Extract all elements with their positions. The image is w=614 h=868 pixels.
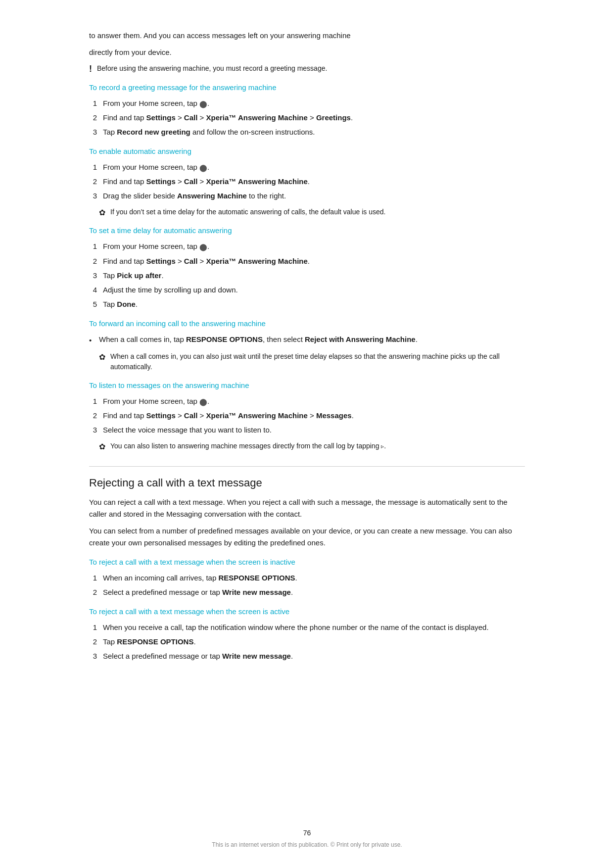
section7-heading: To reject a call with a text message whe… — [89, 606, 525, 617]
section6-heading: To reject a call with a text message whe… — [89, 557, 525, 567]
section4-bullets: • When a call comes in, tap RESPONSE OPT… — [89, 334, 525, 346]
list-item: 5 Tap Done. — [89, 298, 525, 310]
list-item: 1 When you receive a call, tap the notif… — [89, 622, 525, 633]
warning-text: Before using the answering machine, you … — [97, 63, 327, 74]
section-rejecting-call: Rejecting a call with a text message You… — [89, 466, 525, 549]
list-item: 1 From your Home screen, tap ⬤. — [89, 241, 525, 252]
section1-heading: To record a greeting message for the ans… — [89, 82, 525, 93]
section4-heading: To forward an incoming call to the answe… — [89, 318, 525, 329]
section2-steps: 1 From your Home screen, tap ⬤. 2 Find a… — [89, 161, 525, 202]
list-item: 1 From your Home screen, tap ⬤. — [89, 97, 525, 109]
section1-steps: 1 From your Home screen, tap ⬤. 2 Find a… — [89, 97, 525, 138]
list-item: 4 Adjust the time by scrolling up and do… — [89, 284, 525, 296]
list-item: 2 Find and tap Settings > Call > Xperia™… — [89, 112, 525, 124]
section-reject-active: To reject a call with a text message whe… — [89, 606, 525, 662]
list-item: 3 Select the voice message that you want… — [89, 424, 525, 436]
section2-tip: ✿ If you don’t set a time delay for the … — [99, 207, 525, 217]
tip-icon: ✿ — [99, 208, 105, 217]
section7-steps: 1 When you receive a call, tap the notif… — [89, 622, 525, 662]
section-time-delay: To set a time delay for automatic answer… — [89, 225, 525, 310]
section-listen-messages: To listen to messages on the answering m… — [89, 380, 525, 451]
section6-steps: 1 When an incoming call arrives, tap RES… — [89, 572, 525, 598]
list-item: 3 Select a predefined message or tap Wri… — [89, 650, 525, 662]
page: to answer them. And you can access messa… — [0, 0, 614, 868]
list-item: 1 From your Home screen, tap ⬤. — [89, 395, 525, 407]
warning-block: ! Before using the answering machine, yo… — [89, 63, 525, 74]
content: to answer them. And you can access messa… — [89, 30, 525, 662]
tip-text: If you don’t set a time delay for the au… — [110, 207, 385, 217]
intro-line2: directly from your device. — [89, 47, 525, 58]
section-forward-call: To forward an incoming call to the answe… — [89, 318, 525, 372]
intro-line1: to answer them. And you can access messa… — [89, 30, 525, 42]
list-item: 3 Tap Pick up after. — [89, 270, 525, 282]
tip-text: When a call comes in, you can also just … — [110, 351, 525, 372]
tip-icon: ✿ — [99, 352, 105, 362]
section-enable-auto-answering: To enable automatic answering 1 From you… — [89, 146, 525, 217]
page-number: 76 — [0, 829, 614, 837]
apps-icon: ⬤ — [199, 243, 207, 251]
section3-steps: 1 From your Home screen, tap ⬤. 2 Find a… — [89, 241, 525, 310]
list-item: • When a call comes in, tap RESPONSE OPT… — [89, 334, 525, 346]
section5-tip: ✿ You can also listen to answering machi… — [99, 441, 525, 451]
main-section-title: Rejecting a call with a text message — [89, 466, 525, 489]
list-item: 2 Find and tap Settings > Call > Xperia™… — [89, 410, 525, 422]
section-reject-inactive: To reject a call with a text message whe… — [89, 557, 525, 598]
list-item: 3 Tap Record new greeting and follow the… — [89, 126, 525, 138]
page-footer: 76 This is an internet version of this p… — [0, 829, 614, 848]
section2-heading: To enable automatic answering — [89, 146, 525, 156]
list-item: 2 Select a predefined message or tap Wri… — [89, 586, 525, 598]
apps-icon: ⬤ — [199, 164, 207, 172]
list-item: 1 From your Home screen, tap ⬤. — [89, 161, 525, 173]
main-section-para2: You can select from a number of predefin… — [89, 525, 525, 549]
tip-icon: ✿ — [99, 442, 105, 451]
tip-text: You can also listen to answering machine… — [110, 441, 386, 451]
list-item: 2 Find and tap Settings > Call > Xperia™… — [89, 255, 525, 267]
section-record-greeting: To record a greeting message for the ans… — [89, 82, 525, 138]
section3-heading: To set a time delay for automatic answer… — [89, 225, 525, 236]
section5-steps: 1 From your Home screen, tap ⬤. 2 Find a… — [89, 395, 525, 436]
section5-heading: To listen to messages on the answering m… — [89, 380, 525, 390]
list-item: 1 When an incoming call arrives, tap RES… — [89, 572, 525, 584]
warning-icon: ! — [89, 64, 92, 74]
apps-icon: ⬤ — [199, 100, 207, 108]
list-item: 2 Tap RESPONSE OPTIONS. — [89, 636, 525, 648]
list-item: 3 Drag the slider beside Answering Machi… — [89, 190, 525, 202]
list-item: 2 Find and tap Settings > Call > Xperia™… — [89, 176, 525, 188]
footer-note: This is an internet version of this publ… — [212, 841, 402, 848]
main-section-para1: You can reject a call with a text messag… — [89, 496, 525, 520]
section4-tip: ✿ When a call comes in, you can also jus… — [99, 351, 525, 372]
apps-icon: ⬤ — [199, 397, 207, 405]
